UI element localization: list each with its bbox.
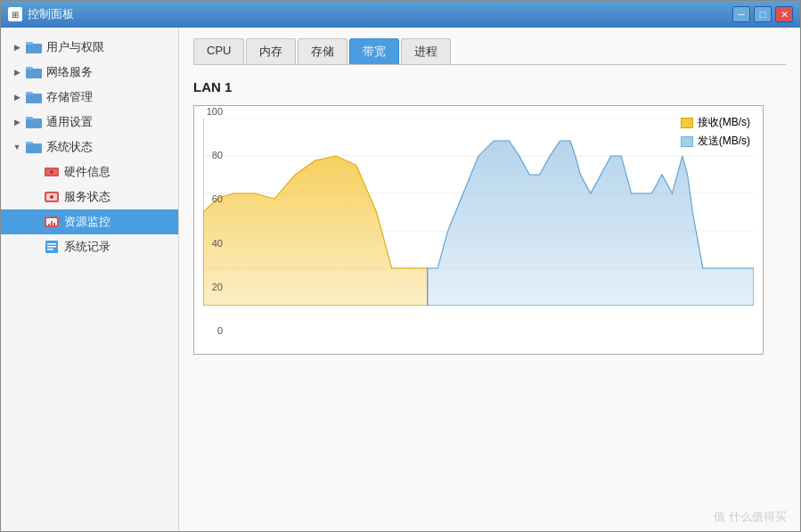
- sidebar-item-syslog[interactable]: 系统记录: [1, 234, 178, 259]
- folder-icon: [26, 66, 42, 78]
- svg-rect-1: [26, 42, 33, 45]
- y-label-60: 60: [212, 193, 223, 204]
- sidebar-label-sysstat: 系统状态: [46, 139, 93, 155]
- tab-cpu[interactable]: CPU: [193, 38, 244, 64]
- service-icon: [44, 190, 60, 204]
- folder-icon: [26, 91, 42, 103]
- sidebar-label-network: 网络服务: [46, 64, 93, 80]
- tab-bandwidth[interactable]: 带宽: [349, 38, 399, 64]
- sidebar-item-storage[interactable]: ▶ 存储管理: [1, 85, 178, 110]
- svg-rect-18: [48, 224, 50, 226]
- y-axis: 100 80 60 40 20 0: [194, 106, 226, 336]
- y-label-0: 0: [217, 325, 223, 336]
- svg-rect-22: [47, 243, 56, 245]
- minimize-button[interactable]: ─: [732, 6, 750, 22]
- section-title: LAN 1: [193, 79, 786, 94]
- main-content: ▶ 用户与权限 ▶ 网络服务 ▶: [1, 28, 800, 531]
- window-title: 控制面板: [28, 6, 732, 22]
- svg-rect-5: [26, 92, 33, 94]
- legend-receive: 接收(MB/s): [681, 115, 750, 130]
- arrow-icon: ▶: [12, 67, 22, 78]
- window-controls: ─ □ ✕: [732, 6, 793, 22]
- svg-point-15: [50, 195, 53, 199]
- titlebar: ⊞ 控制面板 ─ □ ✕: [1, 1, 800, 28]
- svg-rect-3: [26, 67, 33, 70]
- spacer: [29, 241, 40, 252]
- chart-legend: 接收(MB/s) 发送(MB/s): [681, 115, 750, 149]
- chart-container: 接收(MB/s) 发送(MB/s) 100 80 60 40 2: [193, 105, 764, 355]
- content-area: CPU 内存 存储 带宽 进程 LAN 1 接收(MB/s): [179, 28, 800, 531]
- svg-rect-20: [53, 223, 55, 226]
- close-button[interactable]: ✕: [775, 6, 793, 22]
- resource-icon: [44, 215, 60, 229]
- sidebar-item-general[interactable]: ▶ 通用设置: [1, 110, 178, 135]
- legend-send: 发送(MB/s): [681, 134, 750, 149]
- sidebar-label-syslog: 系统记录: [64, 239, 110, 255]
- app-icon: ⊞: [8, 7, 22, 21]
- arrow-icon: ▶: [12, 92, 22, 102]
- arrow-icon: ▶: [12, 117, 22, 127]
- chart-svg: [203, 119, 754, 306]
- arrow-expanded-icon: ▼: [12, 142, 22, 152]
- receive-color-swatch: [681, 118, 693, 128]
- arrow-icon: ▶: [12, 42, 22, 53]
- y-label-80: 80: [212, 150, 223, 160]
- y-label-40: 40: [212, 238, 223, 249]
- svg-rect-0: [26, 44, 42, 53]
- sidebar-item-users[interactable]: ▶ 用户与权限: [1, 35, 178, 60]
- sidebar: ▶ 用户与权限 ▶ 网络服务 ▶: [1, 28, 179, 531]
- tab-bar: CPU 内存 存储 带宽 进程: [193, 38, 786, 65]
- sidebar-label-resource: 资源监控: [64, 214, 110, 230]
- legend-receive-label: 接收(MB/s): [698, 115, 750, 130]
- svg-rect-23: [47, 246, 56, 248]
- svg-rect-8: [26, 143, 42, 153]
- y-label-100: 100: [207, 106, 223, 117]
- spacer: [29, 217, 40, 227]
- legend-send-label: 发送(MB/s): [698, 134, 750, 149]
- maximize-button[interactable]: □: [754, 6, 772, 22]
- sidebar-label-users: 用户与权限: [46, 39, 104, 55]
- main-window: ⊞ 控制面板 ─ □ ✕ ▶ 用户与权限 ▶: [0, 0, 801, 532]
- folder-icon: [26, 141, 42, 153]
- sidebar-label-service: 服务状态: [64, 189, 110, 205]
- svg-rect-7: [26, 117, 33, 119]
- tab-storage[interactable]: 存储: [298, 38, 347, 64]
- folder-icon: [26, 116, 42, 128]
- sidebar-label-general: 通用设置: [46, 114, 93, 130]
- send-area: [428, 141, 754, 306]
- sidebar-item-sysstat[interactable]: ▼ 系统状态: [1, 135, 178, 160]
- spacer: [29, 167, 40, 177]
- folder-icon: [26, 41, 42, 53]
- spacer: [29, 192, 40, 202]
- hardware-icon: [44, 165, 60, 179]
- svg-rect-2: [26, 69, 42, 78]
- sidebar-item-hardware[interactable]: 硬件信息: [1, 160, 178, 184]
- svg-rect-6: [26, 119, 42, 128]
- sidebar-label-hardware: 硬件信息: [64, 164, 110, 180]
- svg-rect-24: [47, 249, 53, 250]
- svg-rect-19: [51, 221, 53, 226]
- svg-point-12: [50, 170, 53, 174]
- tab-process[interactable]: 进程: [401, 38, 451, 64]
- send-color-swatch: [681, 136, 693, 147]
- sidebar-item-service[interactable]: 服务状态: [1, 184, 178, 209]
- syslog-icon: [44, 240, 60, 254]
- watermark: 值 什么值得买: [714, 509, 787, 525]
- svg-rect-4: [26, 94, 42, 103]
- sidebar-label-storage: 存储管理: [46, 89, 93, 105]
- sidebar-item-resource[interactable]: 资源监控: [1, 209, 178, 234]
- y-label-20: 20: [212, 282, 223, 292]
- sidebar-item-network[interactable]: ▶ 网络服务: [1, 60, 178, 85]
- tab-memory[interactable]: 内存: [246, 38, 296, 64]
- svg-rect-9: [26, 142, 33, 144]
